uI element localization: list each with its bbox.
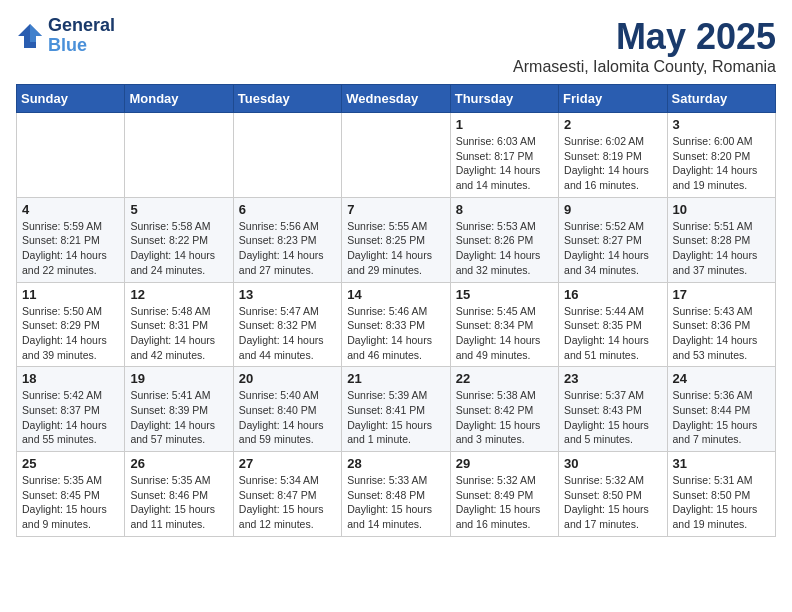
svg-marker-1 <box>30 24 42 42</box>
day-info: Sunrise: 5:41 AM Sunset: 8:39 PM Dayligh… <box>130 388 227 447</box>
calendar-cell: 11Sunrise: 5:50 AM Sunset: 8:29 PM Dayli… <box>17 282 125 367</box>
weekday-header: Sunday <box>17 85 125 113</box>
day-number: 11 <box>22 287 119 302</box>
calendar-cell: 27Sunrise: 5:34 AM Sunset: 8:47 PM Dayli… <box>233 452 341 537</box>
calendar-cell: 6Sunrise: 5:56 AM Sunset: 8:23 PM Daylig… <box>233 197 341 282</box>
page-header: General Blue May 2025 Armasesti, Ialomit… <box>16 16 776 76</box>
day-number: 7 <box>347 202 444 217</box>
weekday-header: Thursday <box>450 85 558 113</box>
day-number: 8 <box>456 202 553 217</box>
day-info: Sunrise: 5:44 AM Sunset: 8:35 PM Dayligh… <box>564 304 661 363</box>
weekday-header: Friday <box>559 85 667 113</box>
day-info: Sunrise: 5:42 AM Sunset: 8:37 PM Dayligh… <box>22 388 119 447</box>
calendar-cell: 24Sunrise: 5:36 AM Sunset: 8:44 PM Dayli… <box>667 367 775 452</box>
day-number: 16 <box>564 287 661 302</box>
weekday-header: Tuesday <box>233 85 341 113</box>
calendar-cell: 14Sunrise: 5:46 AM Sunset: 8:33 PM Dayli… <box>342 282 450 367</box>
day-number: 12 <box>130 287 227 302</box>
day-info: Sunrise: 5:36 AM Sunset: 8:44 PM Dayligh… <box>673 388 770 447</box>
day-info: Sunrise: 5:52 AM Sunset: 8:27 PM Dayligh… <box>564 219 661 278</box>
title-block: May 2025 Armasesti, Ialomita County, Rom… <box>513 16 776 76</box>
calendar-cell: 5Sunrise: 5:58 AM Sunset: 8:22 PM Daylig… <box>125 197 233 282</box>
day-info: Sunrise: 5:32 AM Sunset: 8:50 PM Dayligh… <box>564 473 661 532</box>
calendar-cell: 4Sunrise: 5:59 AM Sunset: 8:21 PM Daylig… <box>17 197 125 282</box>
calendar-cell: 2Sunrise: 6:02 AM Sunset: 8:19 PM Daylig… <box>559 113 667 198</box>
day-number: 5 <box>130 202 227 217</box>
day-number: 17 <box>673 287 770 302</box>
day-number: 13 <box>239 287 336 302</box>
calendar-table: SundayMondayTuesdayWednesdayThursdayFrid… <box>16 84 776 537</box>
calendar-cell: 22Sunrise: 5:38 AM Sunset: 8:42 PM Dayli… <box>450 367 558 452</box>
day-number: 30 <box>564 456 661 471</box>
day-info: Sunrise: 5:40 AM Sunset: 8:40 PM Dayligh… <box>239 388 336 447</box>
day-info: Sunrise: 5:38 AM Sunset: 8:42 PM Dayligh… <box>456 388 553 447</box>
calendar-cell: 13Sunrise: 5:47 AM Sunset: 8:32 PM Dayli… <box>233 282 341 367</box>
day-number: 29 <box>456 456 553 471</box>
day-number: 10 <box>673 202 770 217</box>
calendar-cell: 31Sunrise: 5:31 AM Sunset: 8:50 PM Dayli… <box>667 452 775 537</box>
calendar-week-row: 1Sunrise: 6:03 AM Sunset: 8:17 PM Daylig… <box>17 113 776 198</box>
day-number: 14 <box>347 287 444 302</box>
day-number: 23 <box>564 371 661 386</box>
calendar-cell: 3Sunrise: 6:00 AM Sunset: 8:20 PM Daylig… <box>667 113 775 198</box>
day-info: Sunrise: 5:55 AM Sunset: 8:25 PM Dayligh… <box>347 219 444 278</box>
day-info: Sunrise: 5:53 AM Sunset: 8:26 PM Dayligh… <box>456 219 553 278</box>
calendar-cell <box>17 113 125 198</box>
day-number: 20 <box>239 371 336 386</box>
calendar-cell: 1Sunrise: 6:03 AM Sunset: 8:17 PM Daylig… <box>450 113 558 198</box>
day-info: Sunrise: 5:46 AM Sunset: 8:33 PM Dayligh… <box>347 304 444 363</box>
day-info: Sunrise: 5:58 AM Sunset: 8:22 PM Dayligh… <box>130 219 227 278</box>
calendar-cell: 16Sunrise: 5:44 AM Sunset: 8:35 PM Dayli… <box>559 282 667 367</box>
calendar-cell: 19Sunrise: 5:41 AM Sunset: 8:39 PM Dayli… <box>125 367 233 452</box>
calendar-cell: 15Sunrise: 5:45 AM Sunset: 8:34 PM Dayli… <box>450 282 558 367</box>
day-info: Sunrise: 5:51 AM Sunset: 8:28 PM Dayligh… <box>673 219 770 278</box>
weekday-header: Saturday <box>667 85 775 113</box>
calendar-cell: 29Sunrise: 5:32 AM Sunset: 8:49 PM Dayli… <box>450 452 558 537</box>
calendar-week-row: 4Sunrise: 5:59 AM Sunset: 8:21 PM Daylig… <box>17 197 776 282</box>
day-info: Sunrise: 5:33 AM Sunset: 8:48 PM Dayligh… <box>347 473 444 532</box>
day-info: Sunrise: 5:43 AM Sunset: 8:36 PM Dayligh… <box>673 304 770 363</box>
day-number: 4 <box>22 202 119 217</box>
day-number: 18 <box>22 371 119 386</box>
day-number: 22 <box>456 371 553 386</box>
logo-text: General Blue <box>48 16 115 56</box>
day-number: 15 <box>456 287 553 302</box>
day-info: Sunrise: 5:39 AM Sunset: 8:41 PM Dayligh… <box>347 388 444 447</box>
calendar-cell: 9Sunrise: 5:52 AM Sunset: 8:27 PM Daylig… <box>559 197 667 282</box>
calendar-cell <box>125 113 233 198</box>
calendar-cell: 18Sunrise: 5:42 AM Sunset: 8:37 PM Dayli… <box>17 367 125 452</box>
day-info: Sunrise: 5:45 AM Sunset: 8:34 PM Dayligh… <box>456 304 553 363</box>
day-number: 21 <box>347 371 444 386</box>
weekday-header: Monday <box>125 85 233 113</box>
day-number: 3 <box>673 117 770 132</box>
day-info: Sunrise: 5:48 AM Sunset: 8:31 PM Dayligh… <box>130 304 227 363</box>
calendar-cell <box>233 113 341 198</box>
calendar-cell: 28Sunrise: 5:33 AM Sunset: 8:48 PM Dayli… <box>342 452 450 537</box>
day-info: Sunrise: 5:34 AM Sunset: 8:47 PM Dayligh… <box>239 473 336 532</box>
day-info: Sunrise: 6:03 AM Sunset: 8:17 PM Dayligh… <box>456 134 553 193</box>
calendar-cell: 30Sunrise: 5:32 AM Sunset: 8:50 PM Dayli… <box>559 452 667 537</box>
month-title: May 2025 <box>513 16 776 58</box>
day-info: Sunrise: 5:35 AM Sunset: 8:45 PM Dayligh… <box>22 473 119 532</box>
calendar-cell: 17Sunrise: 5:43 AM Sunset: 8:36 PM Dayli… <box>667 282 775 367</box>
calendar-cell: 7Sunrise: 5:55 AM Sunset: 8:25 PM Daylig… <box>342 197 450 282</box>
day-info: Sunrise: 5:37 AM Sunset: 8:43 PM Dayligh… <box>564 388 661 447</box>
day-number: 1 <box>456 117 553 132</box>
day-number: 6 <box>239 202 336 217</box>
day-info: Sunrise: 5:32 AM Sunset: 8:49 PM Dayligh… <box>456 473 553 532</box>
day-info: Sunrise: 6:02 AM Sunset: 8:19 PM Dayligh… <box>564 134 661 193</box>
calendar-week-row: 25Sunrise: 5:35 AM Sunset: 8:45 PM Dayli… <box>17 452 776 537</box>
day-number: 19 <box>130 371 227 386</box>
day-number: 2 <box>564 117 661 132</box>
calendar-header-row: SundayMondayTuesdayWednesdayThursdayFrid… <box>17 85 776 113</box>
day-info: Sunrise: 5:35 AM Sunset: 8:46 PM Dayligh… <box>130 473 227 532</box>
calendar-week-row: 18Sunrise: 5:42 AM Sunset: 8:37 PM Dayli… <box>17 367 776 452</box>
day-info: Sunrise: 5:50 AM Sunset: 8:29 PM Dayligh… <box>22 304 119 363</box>
calendar-cell: 8Sunrise: 5:53 AM Sunset: 8:26 PM Daylig… <box>450 197 558 282</box>
calendar-cell: 23Sunrise: 5:37 AM Sunset: 8:43 PM Dayli… <box>559 367 667 452</box>
calendar-cell <box>342 113 450 198</box>
calendar-cell: 10Sunrise: 5:51 AM Sunset: 8:28 PM Dayli… <box>667 197 775 282</box>
day-number: 9 <box>564 202 661 217</box>
day-number: 27 <box>239 456 336 471</box>
day-number: 28 <box>347 456 444 471</box>
